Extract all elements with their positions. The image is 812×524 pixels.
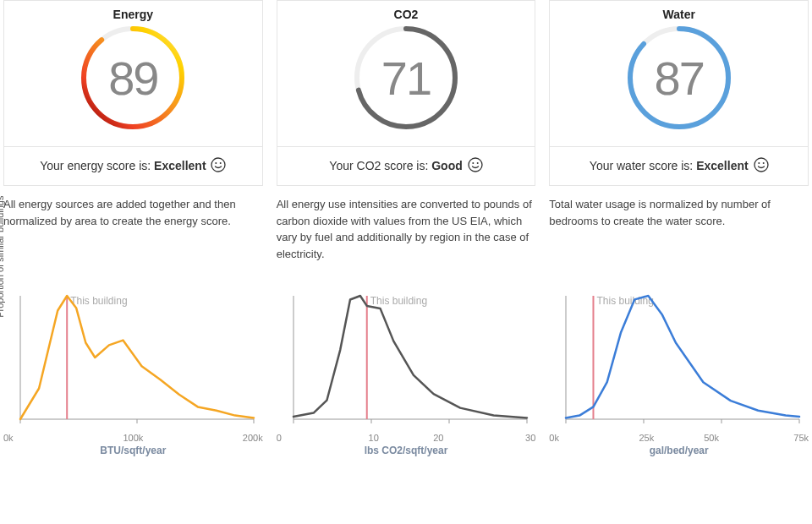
distribution-chart: This building bbox=[277, 287, 530, 431]
svg-point-3 bbox=[220, 162, 222, 164]
score-card-energy: Energy 89 bbox=[3, 0, 263, 186]
distribution-chart: This building bbox=[3, 287, 257, 431]
x-ticks: 0k 100k 200k bbox=[3, 431, 263, 443]
smiley-icon bbox=[468, 157, 483, 175]
svg-point-6 bbox=[472, 162, 474, 164]
x-axis-label: lbs CO2/sqft/year bbox=[277, 445, 536, 456]
distribution-chart: This building bbox=[549, 287, 803, 431]
desc-energy: All energy sources are added together an… bbox=[3, 196, 263, 262]
score-cards-row: Energy 89 bbox=[0, 0, 812, 186]
score-value: 89 bbox=[78, 23, 188, 133]
score-status: Your energy score is: Excellent bbox=[4, 146, 262, 185]
x-ticks: 0k 25k 50k 75k bbox=[549, 431, 809, 443]
svg-text:This building: This building bbox=[70, 295, 127, 307]
svg-point-9 bbox=[754, 158, 768, 172]
charts-row: Proportion of similar buildings This bui… bbox=[0, 262, 812, 456]
card-title: Water bbox=[662, 8, 694, 21]
x-axis-label: gal/bed/year bbox=[549, 445, 809, 456]
score-value: 71 bbox=[351, 23, 461, 133]
score-status: Your water score is: Excellent bbox=[550, 146, 808, 185]
svg-point-5 bbox=[469, 158, 482, 172]
chart-co2: This building 0 10 20 30 lbs CO2/sqft/ye… bbox=[277, 287, 536, 456]
descriptions-row: All energy sources are added together an… bbox=[0, 186, 812, 262]
desc-water: Total water usage is normalized by numbe… bbox=[549, 196, 809, 262]
svg-point-7 bbox=[476, 162, 478, 164]
score-gauge: 89 bbox=[78, 23, 188, 133]
score-gauge: 87 bbox=[624, 23, 734, 133]
score-card-water: Water 87 Your water score is: Excellent bbox=[549, 0, 809, 186]
chart-water: This building 0k 25k 50k 75k gal/bed/yea… bbox=[549, 287, 809, 456]
svg-text:This building: This building bbox=[370, 295, 426, 307]
svg-point-11 bbox=[762, 162, 764, 164]
score-status: Your CO2 score is: Good bbox=[277, 146, 535, 185]
smiley-icon bbox=[211, 157, 226, 175]
card-title: CO2 bbox=[394, 8, 419, 21]
card-title: Energy bbox=[113, 8, 153, 21]
score-value: 87 bbox=[624, 23, 734, 133]
svg-point-1 bbox=[211, 158, 225, 172]
x-ticks: 0 10 20 30 bbox=[277, 431, 536, 443]
score-gauge: 71 bbox=[351, 23, 461, 133]
svg-point-10 bbox=[758, 162, 760, 164]
smiley-icon bbox=[754, 157, 769, 175]
desc-co2: All energy use intensities are converted… bbox=[277, 196, 536, 262]
x-axis-label: BTU/sqft/year bbox=[3, 445, 263, 456]
chart-energy: This building 0k 100k 200k BTU/sqft/year bbox=[3, 287, 263, 456]
svg-point-2 bbox=[216, 162, 217, 164]
score-card-co2: CO2 71 Your CO2 score is: Good bbox=[277, 0, 536, 186]
